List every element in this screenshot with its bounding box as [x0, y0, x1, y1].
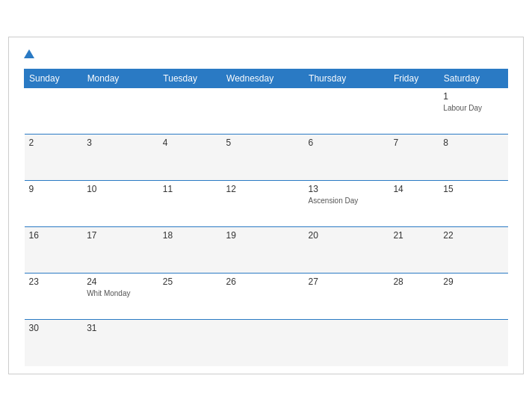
- calendar-cell: [25, 88, 83, 135]
- weekday-header-wednesday: Wednesday: [222, 69, 304, 88]
- weekday-header-thursday: Thursday: [304, 69, 389, 88]
- calendar-cell: [82, 88, 158, 135]
- calendar-cell: 20: [304, 227, 389, 274]
- day-number: 12: [226, 184, 300, 194]
- calendar-cell: 5: [222, 135, 304, 181]
- calendar-cell: 15: [439, 181, 507, 227]
- calendar-cell: 9: [25, 181, 83, 227]
- calendar-cell: [158, 320, 222, 366]
- calendar-cell: [158, 88, 222, 135]
- calendar-header: [24, 49, 508, 58]
- holiday-label: Labour Day: [443, 103, 503, 113]
- calendar-cell: 29: [439, 274, 507, 320]
- week-row-2: 2345678: [25, 135, 508, 181]
- day-number: 28: [393, 276, 434, 287]
- weekday-header-monday: Monday: [82, 69, 158, 88]
- day-number: 30: [29, 323, 78, 333]
- day-number: 18: [163, 230, 217, 241]
- calendar-cell: 19: [222, 227, 304, 274]
- day-number: 23: [29, 276, 78, 287]
- calendar-cell: 28: [389, 274, 439, 320]
- weekday-header-row: SundayMondayTuesdayWednesdayThursdayFrid…: [25, 69, 508, 88]
- weekday-header-sunday: Sunday: [25, 69, 83, 88]
- week-row-3: 910111213Ascension Day1415: [25, 181, 508, 227]
- logo: [24, 49, 36, 58]
- calendar-cell: 30: [25, 320, 83, 366]
- week-row-1: 1Labour Day: [25, 88, 508, 135]
- calendar-cell: 18: [158, 227, 222, 274]
- calendar-cell: 25: [158, 274, 222, 320]
- day-number: 8: [443, 137, 503, 148]
- day-number: 7: [393, 137, 434, 148]
- calendar-cell: 26: [222, 274, 304, 320]
- day-number: 15: [443, 184, 503, 194]
- calendar-cell: 22: [439, 227, 507, 274]
- day-number: 31: [87, 323, 154, 333]
- calendar-cell: [222, 88, 304, 135]
- day-number: 13: [309, 184, 385, 194]
- calendar-cell: 16: [25, 227, 83, 274]
- calendar-cell: 11: [158, 181, 222, 227]
- logo-triangle-icon: [24, 49, 34, 58]
- calendar-cell: 4: [158, 135, 222, 181]
- calendar-cell: 27: [304, 274, 389, 320]
- calendar-cell: [304, 88, 389, 135]
- day-number: 16: [29, 230, 78, 241]
- day-number: 27: [309, 276, 385, 287]
- week-row-6: 3031: [25, 320, 508, 366]
- calendar-cell: [439, 320, 507, 366]
- day-number: 9: [29, 184, 78, 194]
- calendar-table: SundayMondayTuesdayWednesdayThursdayFrid…: [24, 69, 508, 366]
- day-number: 11: [163, 184, 217, 194]
- week-row-4: 16171819202122: [25, 227, 508, 274]
- calendar-cell: 2: [25, 135, 83, 181]
- day-number: 6: [309, 137, 385, 148]
- day-number: 19: [226, 230, 300, 241]
- day-number: 22: [443, 230, 503, 241]
- calendar-cell: 8: [439, 135, 507, 181]
- calendar-cell: 21: [389, 227, 439, 274]
- calendar-cell: 14: [389, 181, 439, 227]
- weekday-header-saturday: Saturday: [439, 69, 507, 88]
- holiday-label: Whit Monday: [87, 288, 154, 298]
- day-number: 17: [87, 230, 154, 241]
- calendar-cell: 1Labour Day: [439, 88, 507, 135]
- day-number: 1: [443, 91, 503, 102]
- calendar-cell: 7: [389, 135, 439, 181]
- day-number: 29: [443, 276, 503, 287]
- calendar-container: SundayMondayTuesdayWednesdayThursdayFrid…: [8, 37, 524, 374]
- day-number: 10: [87, 184, 154, 194]
- week-row-5: 2324Whit Monday2526272829: [25, 274, 508, 320]
- calendar-cell: [304, 320, 389, 366]
- calendar-cell: 12: [222, 181, 304, 227]
- calendar-cell: [389, 320, 439, 366]
- day-number: 4: [163, 137, 217, 148]
- day-number: 25: [163, 276, 217, 287]
- day-number: 21: [393, 230, 434, 241]
- calendar-cell: 10: [82, 181, 158, 227]
- calendar-cell: 6: [304, 135, 389, 181]
- weekday-header-friday: Friday: [389, 69, 439, 88]
- calendar-cell: 17: [82, 227, 158, 274]
- day-number: 14: [393, 184, 434, 194]
- day-number: 24: [87, 276, 154, 287]
- day-number: 2: [29, 137, 78, 148]
- calendar-cell: 3: [82, 135, 158, 181]
- holiday-label: Ascension Day: [309, 196, 385, 206]
- weekday-header-tuesday: Tuesday: [158, 69, 222, 88]
- logo-blue-text: [24, 49, 36, 58]
- calendar-cell: [222, 320, 304, 366]
- day-number: 26: [226, 276, 300, 287]
- calendar-cell: 13Ascension Day: [304, 181, 389, 227]
- calendar-cell: 23: [25, 274, 83, 320]
- calendar-cell: 31: [82, 320, 158, 366]
- day-number: 20: [309, 230, 385, 241]
- day-number: 5: [226, 137, 300, 148]
- calendar-cell: 24Whit Monday: [82, 274, 158, 320]
- calendar-cell: [389, 88, 439, 135]
- day-number: 3: [87, 137, 154, 148]
